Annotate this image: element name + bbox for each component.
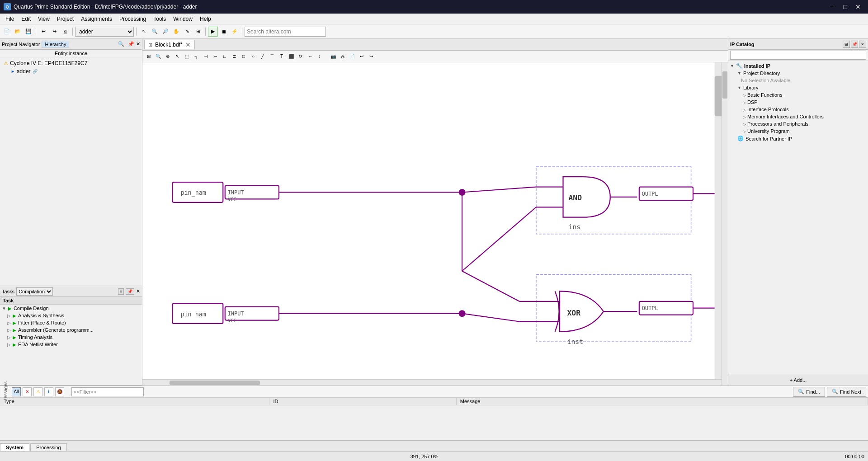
copy-button[interactable]: ⎘ (60, 27, 70, 37)
task-eda[interactable]: ▷ ▶ EDA Netlist Writer (0, 341, 142, 348)
vscroll-thumb[interactable] (722, 71, 727, 99)
ctb-partial-select[interactable]: ⬚ (182, 52, 191, 61)
ctb-mirror-h[interactable]: ↔ (306, 52, 315, 61)
tasks-pin-btn[interactable]: 📌 (126, 288, 134, 295)
ctb-wire[interactable]: ┐ (192, 52, 201, 61)
play-icon-2[interactable]: ▶ (13, 313, 16, 318)
ctb-rotate[interactable]: ⟳ (296, 52, 305, 61)
tasks-close-btn[interactable]: ✕ (136, 288, 140, 294)
new-button[interactable]: 📄 (2, 27, 12, 37)
canvas-vscroll[interactable] (722, 62, 728, 386)
compilation-select[interactable]: Compilation (16, 287, 53, 296)
wire-button[interactable]: ∿ (182, 27, 192, 37)
pointer-button[interactable]: ↖ (139, 27, 149, 37)
menu-window[interactable]: Window (170, 15, 196, 23)
task-timing[interactable]: ▷ ▶ Timing Analysis (0, 334, 142, 341)
play-icon-4[interactable]: ▶ (13, 328, 16, 333)
ip-icon-1[interactable]: ⊞ (843, 41, 850, 48)
hscroll-thumb[interactable] (170, 381, 260, 385)
tasks-expand-btn[interactable]: ≡ (118, 288, 124, 295)
menu-project[interactable]: Project (53, 15, 77, 23)
menu-assignments[interactable]: Assignments (77, 15, 116, 23)
ip-close-btn[interactable]: ✕ (859, 41, 866, 48)
partner-ip-item[interactable]: 🌐 Search for Partner IP (730, 135, 866, 142)
ctb-symbol[interactable]: ∟ (220, 52, 229, 61)
nav-search-btn[interactable]: 🔍 (116, 39, 126, 50)
system-tab[interactable]: System (0, 443, 29, 451)
hand-button[interactable]: ✋ (171, 27, 181, 37)
ctb-multi-select[interactable]: ⬛ (287, 52, 296, 61)
redo-button[interactable]: ↪ (49, 27, 59, 37)
menu-processing[interactable]: Processing (116, 15, 150, 23)
play-icon-3[interactable]: ▶ (13, 320, 16, 325)
ctb-undo2[interactable]: ↩ (357, 52, 366, 61)
canvas-tab[interactable]: ⊞ Block1.bdf* ✕ (144, 40, 195, 49)
undo-button[interactable]: ↩ (38, 27, 48, 37)
module-item[interactable]: ► adder 🔗 (2, 67, 140, 75)
search-input[interactable] (245, 27, 326, 37)
add-ip-button[interactable]: + Add... (728, 374, 868, 386)
ctb-rect[interactable]: □ (239, 52, 248, 61)
ip-search-input[interactable] (730, 51, 866, 60)
dsp-item[interactable]: ▷ DSP (730, 99, 866, 106)
menu-view[interactable]: View (34, 15, 53, 23)
nav-close-btn[interactable]: ✕ (136, 41, 140, 47)
find-next-button[interactable]: 🔍 Find Next (827, 387, 866, 397)
canvas-area[interactable]: pin_nam INPUT VCC AND ins (142, 62, 728, 386)
ctb-arc[interactable]: ⌒ (268, 52, 277, 61)
ctb-mirror-v[interactable]: ↕ (315, 52, 324, 61)
menu-help[interactable]: Help (196, 15, 215, 23)
filter-suppressed-btn[interactable]: 🔕 (55, 387, 64, 396)
filter-all-btn[interactable]: All (12, 387, 21, 396)
filter-input[interactable] (71, 387, 144, 396)
ctb-pointer[interactable]: ↖ (173, 52, 182, 61)
ctb-print[interactable]: 🖨 (338, 52, 347, 61)
stop-button[interactable]: ⏹ (219, 27, 229, 37)
ip-pin-btn[interactable]: 📌 (851, 41, 858, 48)
project-dir-item[interactable]: ▼ Project Directory (730, 70, 866, 77)
close-button[interactable]: ✕ (852, 2, 864, 11)
task-analysis-synthesis[interactable]: ▷ ▶ Analysis & Synthesis (0, 312, 142, 319)
ctb-text[interactable]: T (277, 52, 286, 61)
menu-file[interactable]: File (2, 15, 18, 23)
project-select[interactable]: adder (75, 27, 134, 37)
filter-info-btn[interactable]: ℹ (44, 387, 53, 396)
symbol-button[interactable]: ⊞ (193, 27, 203, 37)
task-compile-design[interactable]: ▼ ▶ Compile Design (0, 305, 142, 312)
nav-pin-btn[interactable]: 📌 (128, 41, 134, 47)
save-button[interactable]: 💾 (24, 27, 33, 37)
task-fitter[interactable]: ▷ ▶ Fitter (Place & Route) (0, 319, 142, 326)
ctb-select[interactable]: ⊞ (144, 52, 153, 61)
maximize-button[interactable]: □ (840, 2, 851, 11)
filter-warning-btn[interactable]: ⚠ (33, 387, 42, 396)
ctb-circle[interactable]: ○ (249, 52, 258, 61)
play-icon-5[interactable]: ▶ (13, 335, 16, 340)
ctb-zoom-fit[interactable]: 🔍 (154, 52, 163, 61)
memory-item[interactable]: ▷ Memory Interfaces and Controllers (730, 113, 866, 120)
ctb-redo2[interactable]: ↪ (367, 52, 376, 61)
ctb-print-prev[interactable]: 📄 (348, 52, 357, 61)
play-icon[interactable]: ▶ (8, 306, 12, 311)
compile-button[interactable]: ▶ (208, 27, 218, 37)
university-item[interactable]: ▷ University Program (730, 127, 866, 135)
device-item[interactable]: ⚠ Cyclone IV E: EP4CE115F29C7 (2, 59, 140, 67)
ctb-zoom-in[interactable]: ⊕ (163, 52, 172, 61)
basic-functions-item[interactable]: ▷ Basic Functions (730, 91, 866, 99)
ctb-pin[interactable]: ⊢ (211, 52, 220, 61)
zoom-in-button[interactable]: 🔍 (150, 27, 160, 37)
open-button[interactable]: 📂 (13, 27, 23, 37)
zoom-out-button[interactable]: 🔎 (160, 27, 170, 37)
play-icon-6[interactable]: ▶ (13, 342, 16, 347)
ctb-node[interactable]: ⊏ (230, 52, 239, 61)
minimize-button[interactable]: ─ (827, 2, 839, 11)
ctb-line[interactable]: ╱ (258, 52, 267, 61)
find-button[interactable]: 🔍 Find... (793, 387, 825, 397)
ctb-bus[interactable]: ⊣ (201, 52, 210, 61)
ctb-save-img[interactable]: 📷 (329, 52, 338, 61)
processors-item[interactable]: ▷ Processors and Peripherals (730, 120, 866, 127)
filter-error-btn[interactable]: ✕ (23, 387, 32, 396)
interface-protocols-item[interactable]: ▷ Interface Protocols (730, 106, 866, 113)
installed-ip-header[interactable]: ▼ 🔧 Installed IP (730, 62, 866, 70)
canvas-hscroll[interactable] (142, 379, 722, 386)
close-canvas-tab[interactable]: ✕ (185, 41, 191, 48)
